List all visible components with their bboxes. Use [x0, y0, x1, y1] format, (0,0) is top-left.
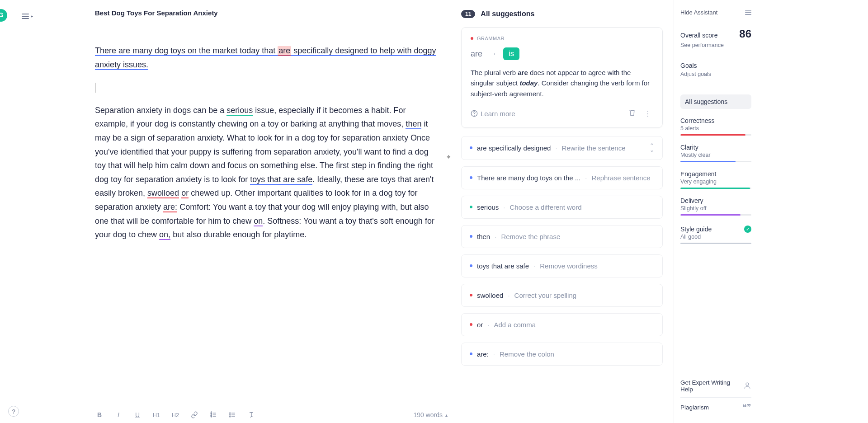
suggestion-hint: Correct your spelling [514, 291, 577, 299]
text: Separation anxiety in dogs can be a [95, 106, 226, 115]
metric-title: Delivery [680, 197, 751, 204]
suggestion-hint: Rewrite the sentence [562, 144, 626, 152]
suggestion-text: then [477, 233, 490, 240]
suggestion-hint: Choose a different word [510, 203, 582, 211]
metric-sub: Slightly off [680, 205, 751, 212]
assistant-sidebar: Hide Assistant Overall score 86 See perf… [674, 0, 758, 423]
underline-delivery[interactable]: on [254, 216, 263, 226]
suggestions-title: All suggestions [481, 10, 534, 18]
learn-more-link[interactable]: Learn more [471, 110, 515, 118]
suggestion-explanation: The plural verb are does not appear to a… [471, 67, 653, 99]
metric-engagement[interactable]: Engagement Very engaging [680, 170, 751, 189]
text: but also durable enough for playtime. [170, 230, 307, 239]
goals-label: Goals [680, 62, 751, 69]
format-toolbar: B I U H1 H2 123 190 words ▴ [95, 411, 448, 418]
italic-button[interactable]: I [114, 411, 123, 418]
suggestion-item[interactable]: or · Add a comma [461, 313, 663, 336]
h2-button[interactable]: H2 [171, 412, 180, 418]
suggestion-item[interactable]: swolloed · Correct your spelling [461, 284, 663, 307]
suggestion-card-expanded[interactable]: GRAMMAR are → is The plural verb are doe… [461, 27, 663, 128]
style-guide-label[interactable]: Style guide [680, 226, 712, 233]
trash-icon[interactable] [627, 107, 638, 120]
style-guide-sub: All good [680, 234, 751, 240]
hide-assistant-link[interactable]: Hide Assistant [680, 9, 717, 16]
suggestion-hint: Rephrase sentence [591, 174, 650, 182]
person-icon [743, 381, 751, 391]
document-title[interactable]: Best Dog Toys For Separation Anxiety [95, 9, 439, 44]
help-button[interactable]: ? [8, 406, 19, 417]
h1-button[interactable]: H1 [152, 412, 161, 418]
suggestions-panel: 11 All suggestions GRAMMAR are → is The … [457, 0, 674, 423]
suggestion-item[interactable]: are: · Remove the colon [461, 343, 663, 366]
underline-grammar[interactable]: or [181, 188, 189, 198]
bullet-list-button[interactable] [228, 411, 237, 418]
svg-point-9 [230, 413, 231, 414]
svg-point-10 [230, 414, 231, 415]
suggestion-text: swolloed [477, 291, 503, 299]
dot-icon [470, 294, 472, 296]
suggestion-item[interactable]: then · Remove the phrase [461, 225, 663, 248]
underline-delivery[interactable]: on, [159, 230, 170, 240]
fix-chip[interactable]: is [503, 47, 519, 60]
underline-button[interactable]: U [133, 411, 142, 418]
underline-clarity[interactable]: then [406, 119, 421, 129]
numbered-list-button[interactable]: 123 [209, 411, 218, 418]
collapse-icon[interactable] [745, 10, 751, 15]
metric-clarity[interactable]: Clarity Mostly clear [680, 144, 751, 162]
text: There are many dog toys on the market to… [95, 46, 278, 55]
word-count[interactable]: 190 words ▴ [413, 411, 448, 418]
metric-title: Engagement [680, 170, 751, 178]
dot-icon [471, 37, 473, 40]
plagiarism-link[interactable]: Plagiarism ❝❞ [680, 397, 751, 417]
underline-clarity[interactable]: toys that are safe [250, 175, 312, 185]
metric-sub: Very engaging [680, 179, 751, 185]
all-suggestions-tab[interactable]: All suggestions [680, 94, 751, 109]
suggestion-hint: Remove wordiness [540, 262, 598, 270]
see-performance-link[interactable]: See performance [680, 42, 751, 48]
suggestion-text: are specifically designed [477, 144, 551, 152]
document-body[interactable]: There are many dog toys on the market to… [95, 44, 439, 264]
score-value: 86 [739, 28, 751, 40]
suggestion-text: toys that are safe [477, 262, 529, 270]
dot-icon [470, 206, 472, 208]
underline-spelling[interactable]: swolloed [147, 188, 179, 198]
expand-icon[interactable]: ⌃⌄ [650, 144, 654, 152]
dot-icon [470, 176, 472, 179]
suggestion-hint: Remove the phrase [501, 233, 560, 240]
suggestion-text: serious [477, 203, 499, 211]
dot-icon [470, 352, 472, 355]
adjust-goals-link[interactable]: Adjust goals [680, 71, 751, 77]
quote-icon: ❝❞ [742, 402, 751, 412]
suggestion-hint: Add a comma [494, 321, 536, 329]
link-button[interactable] [190, 411, 199, 418]
check-icon: ✓ [744, 226, 751, 233]
dot-icon [470, 264, 472, 267]
text: designed [335, 46, 368, 55]
metric-correctness[interactable]: Correctness 5 alerts [680, 117, 751, 136]
suggestion-item[interactable]: serious · Choose a different word [461, 196, 663, 219]
clear-format-button[interactable] [247, 411, 256, 418]
grammarly-logo[interactable]: G [0, 9, 7, 22]
suggestion-hint: Remove the colon [500, 350, 554, 358]
expert-help-link[interactable]: Get Expert Writing Help [680, 375, 751, 397]
dot-icon [470, 323, 472, 326]
highlight-error[interactable]: are [278, 46, 291, 56]
suggestion-item[interactable]: There are many dog toys on the ... · Rep… [461, 166, 663, 189]
suggestion-text: There are many dog toys on the ... [477, 174, 580, 182]
text: specifically [291, 46, 335, 55]
underline-grammar[interactable]: are: [163, 202, 177, 212]
svg-point-14 [746, 383, 749, 385]
arrow-icon: → [489, 49, 497, 59]
dot-icon [470, 235, 472, 238]
svg-point-13 [474, 115, 475, 116]
suggestion-item[interactable]: are specifically designed · Rewrite the … [461, 136, 663, 160]
metric-delivery[interactable]: Delivery Slightly off [680, 197, 751, 216]
underline-engagement[interactable]: serious [226, 106, 253, 116]
sidebar-toggle[interactable]: ▸ [22, 14, 33, 19]
bold-button[interactable]: B [95, 411, 104, 418]
suggestion-item[interactable]: toys that are safe · Remove wordiness [461, 254, 663, 277]
more-icon[interactable]: ⋮ [642, 108, 653, 120]
score-label: Overall score [680, 32, 717, 39]
suggestion-text: or [477, 321, 483, 329]
suggestion-text: are: [477, 350, 489, 358]
